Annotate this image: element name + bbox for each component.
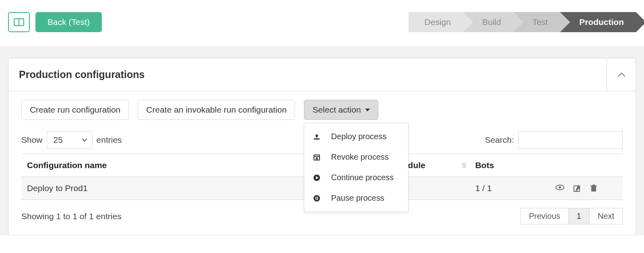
- dropdown-item-label: Pause process: [331, 193, 384, 203]
- column-header-actions: [530, 154, 623, 177]
- back-button[interactable]: Back (Test): [35, 12, 102, 32]
- svg-rect-10: [316, 197, 316, 200]
- upload-icon: [313, 133, 322, 140]
- show-label-post: entries: [97, 135, 122, 145]
- pager-previous-button[interactable]: Previous: [520, 208, 569, 224]
- select-action-dropdown: Deploy process Revoke process: [304, 123, 409, 212]
- pipeline-steps: Design Build Test Production: [409, 12, 636, 32]
- column-header-bots[interactable]: Bots: [470, 154, 530, 177]
- panel-body: Create run configuration Create an invok…: [8, 91, 636, 235]
- pager-page-1-button[interactable]: 1: [569, 208, 590, 224]
- columns-toggle-button[interactable]: [8, 12, 30, 32]
- table-info: Showing 1 to 1 of 1 entries: [21, 212, 122, 221]
- column-header-bots-label: Bots: [475, 160, 494, 170]
- columns-icon: [14, 18, 24, 26]
- column-header-name-label: Configuration name: [27, 160, 107, 170]
- pager-next-button[interactable]: Next: [590, 208, 623, 224]
- toolbar: Create run configuration Create an invok…: [21, 100, 623, 120]
- edit-action[interactable]: [573, 184, 581, 192]
- svg-rect-11: [317, 197, 318, 200]
- chevron-up-icon: [617, 72, 626, 78]
- dropdown-item-label: Revoke process: [331, 152, 388, 162]
- select-action-label: Select action: [312, 105, 361, 115]
- select-action-button[interactable]: Select action: [304, 100, 378, 120]
- view-action[interactable]: [555, 184, 564, 192]
- calendar-x-icon: [313, 154, 322, 161]
- trash-icon: [590, 184, 597, 192]
- dropdown-item-label: Deploy process: [331, 132, 386, 141]
- search-control: Search:: [485, 131, 623, 149]
- panel-header: Production configurations: [8, 58, 636, 91]
- svg-rect-2: [314, 138, 320, 140]
- page-size-control: Show 25 entries: [21, 131, 122, 149]
- panel-collapse-button[interactable]: [607, 58, 636, 91]
- pager: Previous 1 Next: [520, 208, 623, 224]
- cell-bots: 1 / 1: [470, 177, 530, 200]
- delete-action[interactable]: [590, 184, 597, 192]
- svg-point-13: [559, 186, 561, 189]
- create-run-config-button[interactable]: Create run configuration: [21, 100, 129, 120]
- top-bar: Back (Test) Design Build Test Production: [0, 0, 644, 44]
- top-left-group: Back (Test): [8, 12, 102, 32]
- search-label: Search:: [485, 135, 514, 145]
- pipeline-step-design[interactable]: Design: [409, 12, 463, 32]
- svg-rect-17: [592, 185, 595, 185]
- page-size-select[interactable]: 25: [47, 131, 93, 149]
- dropdown-item-revoke-process[interactable]: Revoke process: [304, 147, 408, 167]
- dropdown-item-label: Continue process: [331, 173, 394, 182]
- svg-rect-16: [590, 185, 597, 186]
- pencil-square-icon: [573, 184, 581, 192]
- select-action-wrapper: Select action Deploy process: [304, 100, 378, 120]
- chevron-down-icon: [82, 138, 87, 142]
- dropdown-item-continue-process[interactable]: Continue process: [304, 167, 408, 188]
- svg-rect-15: [591, 186, 596, 191]
- svg-rect-3: [314, 155, 320, 160]
- eye-icon: [555, 184, 564, 191]
- show-label-pre: Show: [21, 135, 43, 145]
- play-circle-icon: [313, 174, 322, 181]
- svg-point-9: [314, 195, 320, 202]
- pipeline-step-production[interactable]: Production: [560, 12, 636, 32]
- panel-title: Production configurations: [8, 58, 155, 91]
- content-area: Production configurations Create run con…: [0, 46, 644, 235]
- production-config-panel: Production configurations Create run con…: [8, 58, 636, 235]
- page-size-value: 25: [54, 135, 63, 145]
- sort-icon: ⇅: [461, 162, 465, 169]
- create-invokable-run-config-button[interactable]: Create an invokable run configuration: [138, 100, 295, 120]
- dropdown-item-deploy-process[interactable]: Deploy process: [304, 126, 408, 147]
- cell-actions: [530, 177, 623, 200]
- pause-circle-icon: [313, 195, 322, 202]
- search-input[interactable]: [518, 131, 623, 149]
- dropdown-item-pause-process[interactable]: Pause process: [304, 188, 408, 208]
- caret-down-icon: [365, 109, 370, 111]
